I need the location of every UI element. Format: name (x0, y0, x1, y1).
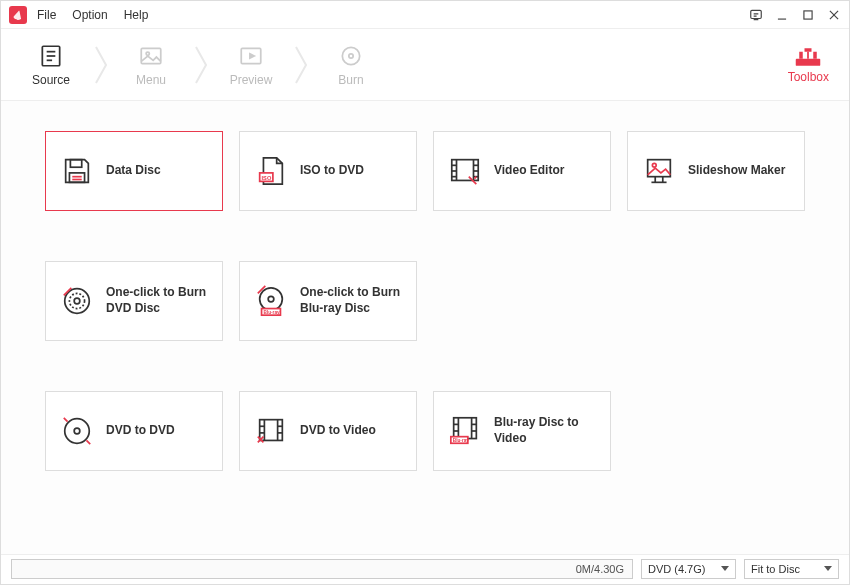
tool-label: Slideshow Maker (688, 163, 785, 179)
tool-label: DVD to Video (300, 423, 376, 439)
maximize-icon[interactable] (801, 8, 815, 22)
image-icon (138, 43, 164, 69)
toolbox-button[interactable]: Toolbox (788, 46, 829, 84)
svg-point-46 (65, 419, 90, 444)
svg-rect-9 (141, 48, 161, 63)
tool-label: Data Disc (106, 163, 161, 179)
svg-text:Blu-ray: Blu-ray (453, 438, 470, 443)
step-source[interactable]: Source (11, 35, 91, 95)
fit-select[interactable]: Fit to Disc (744, 559, 839, 579)
svg-point-41 (69, 293, 84, 308)
tool-iso-to-dvd[interactable]: ISO ISO to DVD (239, 131, 417, 211)
app-logo-icon (9, 6, 27, 24)
menu-help[interactable]: Help (124, 8, 149, 22)
main-panel: Data Disc ISO ISO to DVD Video Editor Sl… (1, 101, 849, 554)
tool-label: One-click to Burn Blu-ray Disc (300, 285, 402, 316)
step-source-label: Source (32, 73, 70, 87)
tool-label: Video Editor (494, 163, 564, 179)
svg-point-12 (342, 47, 359, 64)
tool-oneclick-dvd[interactable]: One-click to Burn DVD Disc (45, 261, 223, 341)
document-icon (38, 43, 64, 69)
toolbox-icon (794, 46, 822, 68)
step-preview-label: Preview (230, 73, 273, 87)
tool-oneclick-bluray[interactable]: Blu-ray One-click to Burn Blu-ray Disc (239, 261, 417, 341)
tool-bluray-to-video[interactable]: Blu-ray Blu-ray Disc to Video (433, 391, 611, 471)
feedback-icon[interactable] (749, 8, 763, 22)
toolbox-label: Toolbox (788, 70, 829, 84)
svg-rect-15 (800, 51, 804, 58)
disc-type-value: DVD (4.7G) (648, 563, 705, 575)
svg-rect-17 (805, 48, 812, 52)
svg-text:Blu-ray: Blu-ray (263, 310, 280, 315)
window-controls (749, 8, 841, 22)
tool-label: Blu-ray Disc to Video (494, 415, 596, 446)
tool-row-1: Data Disc ISO ISO to DVD Video Editor Sl… (45, 131, 805, 211)
capacity-bar: 0M/4.30G (11, 559, 633, 579)
tool-row-3: DVD to DVD DVD to Video Blu-ray Blu-ray … (45, 391, 805, 471)
main-menu: File Option Help (37, 8, 148, 22)
step-menu-label: Menu (136, 73, 166, 87)
play-icon (238, 43, 264, 69)
svg-rect-19 (70, 160, 81, 168)
chevron-icon (91, 35, 111, 95)
bluray-video-icon: Blu-ray (448, 414, 482, 448)
svg-rect-34 (648, 160, 671, 177)
disc-icon (338, 43, 364, 69)
disc-copy-icon (60, 414, 94, 448)
menu-option[interactable]: Option (72, 8, 107, 22)
svg-rect-2 (804, 10, 812, 18)
disc-burn-icon (60, 284, 94, 318)
svg-point-35 (652, 163, 656, 167)
disc-type-select[interactable]: DVD (4.7G) (641, 559, 736, 579)
tool-data-disc[interactable]: Data Disc (45, 131, 223, 211)
floppy-icon (60, 154, 94, 188)
svg-point-43 (268, 296, 274, 302)
menu-file[interactable]: File (37, 8, 56, 22)
svg-rect-16 (814, 51, 818, 58)
app-window: File Option Help Source Menu Preview (0, 0, 850, 585)
tool-dvd-to-video[interactable]: DVD to Video (239, 391, 417, 471)
svg-point-40 (74, 298, 80, 304)
tool-video-editor[interactable]: Video Editor (433, 131, 611, 211)
svg-rect-20 (69, 173, 84, 182)
tool-label: ISO to DVD (300, 163, 364, 179)
bluray-burn-icon: Blu-ray (254, 284, 288, 318)
step-menu[interactable]: Menu (111, 35, 191, 95)
tool-row-2: One-click to Burn DVD Disc Blu-ray One-c… (45, 261, 805, 341)
status-bar: 0M/4.30G DVD (4.7G) Fit to Disc (1, 554, 849, 584)
close-icon[interactable] (827, 8, 841, 22)
video-editor-icon (448, 154, 482, 188)
svg-point-13 (349, 53, 353, 57)
iso-file-icon: ISO (254, 154, 288, 188)
tool-label: DVD to DVD (106, 423, 175, 439)
svg-text:ISO: ISO (262, 175, 272, 181)
tool-label: One-click to Burn DVD Disc (106, 285, 208, 316)
titlebar: File Option Help (1, 1, 849, 29)
minimize-icon[interactable] (775, 8, 789, 22)
fit-value: Fit to Disc (751, 563, 800, 575)
chevron-icon (191, 35, 211, 95)
step-burn-label: Burn (338, 73, 363, 87)
chevron-icon (291, 35, 311, 95)
capacity-text: 0M/4.30G (576, 563, 624, 575)
svg-point-47 (74, 428, 80, 434)
svg-rect-14 (796, 58, 821, 65)
svg-point-39 (65, 289, 90, 314)
svg-rect-55 (454, 418, 477, 439)
chevron-down-icon (824, 566, 832, 571)
chevron-down-icon (721, 566, 729, 571)
step-burn[interactable]: Burn (311, 35, 391, 95)
slideshow-icon (642, 154, 676, 188)
step-preview[interactable]: Preview (211, 35, 291, 95)
svg-point-42 (260, 288, 283, 311)
dvd-video-icon (254, 414, 288, 448)
step-nav: Source Menu Preview Burn Toolbox (1, 29, 849, 101)
tool-slideshow-maker[interactable]: Slideshow Maker (627, 131, 805, 211)
tool-dvd-to-dvd[interactable]: DVD to DVD (45, 391, 223, 471)
